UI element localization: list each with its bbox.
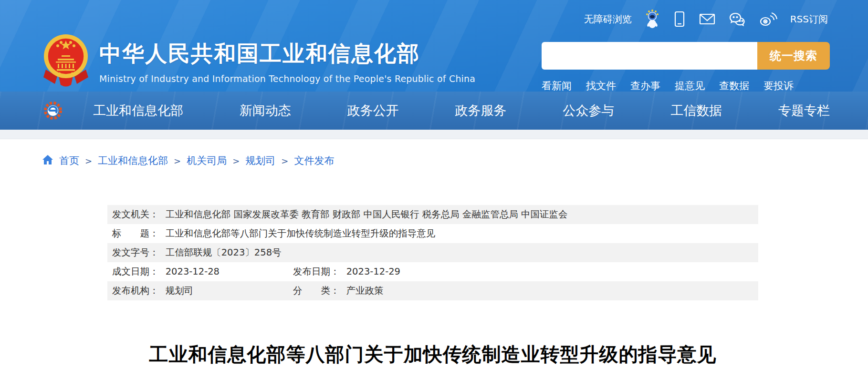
weibo-icon[interactable]	[759, 11, 778, 27]
document-meta-table: 发文机关： 工业和信息化部 国家发展改革委 教育部 财政部 中国人民银行 税务总…	[107, 205, 758, 300]
meta-label: 发文字号：	[112, 243, 159, 262]
meta-value: 产业政策	[346, 285, 384, 296]
meta-value: 工信部联规〔2023〕258号	[166, 247, 282, 258]
nav-item-gov-openness[interactable]: 政务公开	[347, 102, 399, 119]
nav-item-news[interactable]: 新闻动态	[240, 102, 291, 119]
breadcrumb-separator: >	[232, 156, 240, 166]
meta-label: 分 类：	[293, 281, 340, 300]
meta-label: 发布日期：	[293, 262, 340, 281]
breadcrumb-home[interactable]: 首页	[59, 154, 79, 167]
quick-link-complaint[interactable]: 要投诉	[763, 79, 794, 92]
quick-link-suggest[interactable]: 提意见	[675, 79, 705, 92]
search-input[interactable]	[542, 42, 757, 70]
meta-value: 2023-12-29	[346, 266, 400, 277]
meta-row-dates: 成文日期： 2023-12-28 发布日期： 2023-12-29	[107, 262, 758, 281]
header-separator-strip	[0, 130, 868, 139]
national-emblem-icon	[42, 30, 90, 91]
breadcrumb-miit[interactable]: 工业和信息化部	[98, 154, 168, 167]
quick-link-files[interactable]: 找文件	[586, 79, 616, 92]
accessibility-link[interactable]: 无障碍浏览	[584, 13, 632, 26]
breadcrumb-document-release[interactable]: 文件发布	[294, 154, 334, 167]
meta-row-title: 标 题： 工业和信息化部等八部门关于加快传统制造业转型升级的指导意见	[107, 224, 758, 243]
breadcrumb-separator: >	[174, 156, 181, 166]
nav-item-gov-services[interactable]: 政务服务	[455, 102, 506, 119]
site-brand: 中华人民共和国工业和信息化部 Ministry of Industry and …	[42, 30, 475, 91]
meta-value: 规划司	[166, 285, 194, 296]
site-title: 中华人民共和国工业和信息化部	[99, 39, 475, 69]
meta-value: 2023-12-28	[166, 266, 220, 277]
breadcrumb-planning-dept[interactable]: 规划司	[245, 154, 275, 167]
utility-bar: 无障碍浏览	[584, 10, 828, 29]
meta-value: 工业和信息化部等八部门关于加快传统制造业转型升级的指导意见	[166, 228, 436, 239]
breadcrumb-departments[interactable]: 机关司局	[187, 154, 227, 167]
nav-items: 工业和信息化部 新闻动态 政务公开 政务服务 公众参与 工信数据 专题专栏	[93, 92, 830, 130]
breadcrumb-separator: >	[281, 156, 288, 166]
quick-link-services[interactable]: 查办事	[630, 79, 660, 92]
meta-col2: 分 类： 产业政策	[293, 281, 384, 300]
site-header: 无障碍浏览	[0, 0, 868, 130]
quick-link-data[interactable]: 查数据	[719, 79, 749, 92]
mail-icon[interactable]	[699, 12, 716, 26]
meta-row-org-category: 发布机构： 规划司 分 类： 产业政策	[107, 281, 758, 300]
mobile-icon[interactable]	[673, 10, 686, 28]
breadcrumb-separator: >	[85, 156, 92, 166]
brand-text: 中华人民共和国工业和信息化部 Ministry of Industry and …	[99, 30, 475, 84]
meta-row-doc-number: 发文字号： 工信部联规〔2023〕258号	[107, 243, 758, 262]
search-button[interactable]: 统一搜索	[757, 42, 830, 70]
wechat-icon[interactable]	[728, 11, 746, 27]
main-nav: 工业和信息化部 新闻动态 政务公开 政务服务 公众参与 工信数据 专题专栏	[0, 92, 868, 130]
miit-e-logo-icon[interactable]	[42, 100, 64, 123]
meta-label: 发布机构：	[112, 281, 159, 300]
nav-item-topics[interactable]: 专题专栏	[778, 102, 830, 119]
nav-item-participation[interactable]: 公众参与	[563, 102, 614, 119]
nav-item-data[interactable]: 工信数据	[670, 102, 722, 119]
site-subtitle: Ministry of Industry and Information Tec…	[99, 73, 475, 84]
page-content: 首页 > 工业和信息化部 > 机关司局 > 规划司 > 文件发布 发文机关： 工…	[0, 139, 868, 368]
meta-value: 工业和信息化部 国家发展改革委 教育部 财政部 中国人民银行 税务总局 金融监管…	[166, 209, 568, 220]
meta-label: 发文机关：	[112, 205, 159, 224]
meta-col2: 发布日期： 2023-12-29	[293, 262, 400, 281]
quick-links: 看新闻 找文件 查办事 提意见 查数据 要投诉	[542, 79, 794, 92]
search-box: 统一搜索	[542, 42, 830, 70]
meta-label: 标 题：	[112, 224, 159, 243]
nav-item-miit[interactable]: 工业和信息化部	[93, 102, 183, 119]
mascot-icon[interactable]	[644, 10, 660, 29]
home-icon[interactable]	[42, 154, 53, 167]
meta-label: 成文日期：	[112, 262, 159, 281]
rss-link[interactable]: RSS订阅	[790, 13, 828, 26]
document-title: 工业和信息化部等八部门关于加快传统制造业转型升级的指导意见	[107, 341, 758, 368]
breadcrumb: 首页 > 工业和信息化部 > 机关司局 > 规划司 > 文件发布	[42, 154, 868, 168]
quick-link-news[interactable]: 看新闻	[542, 79, 572, 92]
meta-row-issuing-org: 发文机关： 工业和信息化部 国家发展改革委 教育部 财政部 中国人民银行 税务总…	[107, 205, 758, 224]
